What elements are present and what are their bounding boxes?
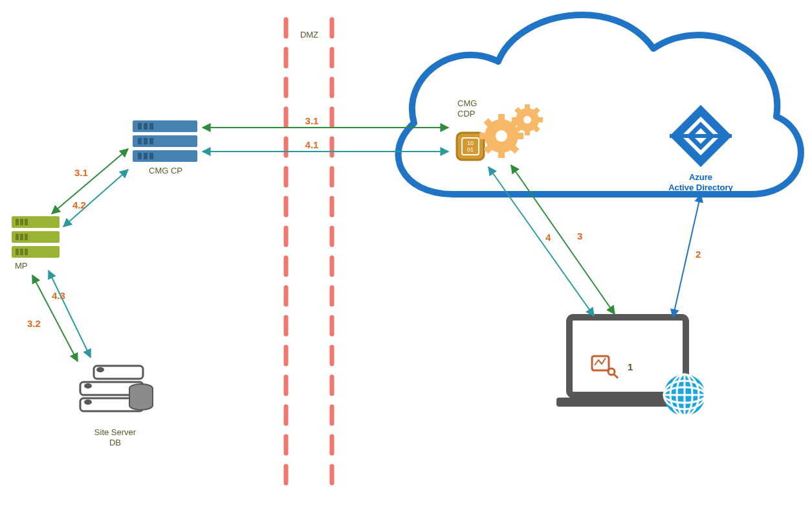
dmz-zone: DMZ xyxy=(286,19,332,492)
svg-text:01: 01 xyxy=(467,146,474,153)
flow-4-3-label: 4.3 xyxy=(52,290,65,301)
svg-rect-16 xyxy=(20,219,23,225)
svg-rect-22 xyxy=(12,246,60,258)
mp-server-icon: MP xyxy=(12,216,60,271)
svg-line-53 xyxy=(516,126,521,131)
client-laptop-icon: 1 xyxy=(556,317,705,416)
svg-point-30 xyxy=(84,383,92,389)
flow-4-2-label: 4.2 xyxy=(72,199,86,210)
flow-4-label: 4 xyxy=(545,232,551,243)
cmgcdp-label-1: CMG xyxy=(457,98,477,108)
flow-2-label: 2 xyxy=(696,249,701,260)
svg-rect-17 xyxy=(25,219,28,225)
svg-point-29 xyxy=(96,367,104,372)
svg-text:10: 10 xyxy=(467,140,474,146)
svg-rect-20 xyxy=(20,234,23,240)
svg-rect-2 xyxy=(133,120,197,132)
svg-point-31 xyxy=(84,400,92,405)
svg-line-65 xyxy=(614,374,618,378)
svg-point-64 xyxy=(608,368,615,375)
svg-rect-18 xyxy=(12,231,60,243)
svg-rect-24 xyxy=(20,249,23,255)
svg-line-54 xyxy=(534,109,538,113)
flow-4-1-label: 4.1 xyxy=(305,139,319,150)
svg-rect-5 xyxy=(149,123,153,130)
cmgcp-server-icon: CMG CP xyxy=(133,120,197,175)
siteserver-label-2: DB xyxy=(109,438,121,447)
svg-rect-7 xyxy=(138,138,142,144)
svg-rect-9 xyxy=(149,138,153,144)
flow-4-2-arrow xyxy=(63,170,128,227)
svg-line-41 xyxy=(486,120,491,126)
azuread-label-1: Azure xyxy=(689,172,712,182)
dmz-label: DMZ xyxy=(300,30,318,39)
siteserver-icon: Site Server DB xyxy=(80,366,153,447)
flow-1-label: 1 xyxy=(628,361,633,372)
svg-rect-3 xyxy=(138,123,142,130)
svg-rect-14 xyxy=(12,216,60,228)
cmgcdp-label-2: CDP xyxy=(457,109,475,118)
svg-rect-23 xyxy=(16,249,19,255)
azuread-label-2: Active Directory xyxy=(668,183,733,192)
cmg-cdp-icon: 10 01 CMG CDP xyxy=(457,98,543,160)
svg-rect-25 xyxy=(25,249,28,255)
svg-rect-21 xyxy=(25,234,28,240)
flow-3-label: 3 xyxy=(577,231,582,242)
svg-rect-11 xyxy=(138,153,142,159)
svg-line-51 xyxy=(516,109,521,113)
azure-ad-icon: Azure Active Directory xyxy=(668,105,733,192)
flow-3-1-label-left: 3.1 xyxy=(74,167,88,178)
cmgcp-label: CMG CP xyxy=(149,166,182,175)
svg-rect-8 xyxy=(144,138,148,144)
flow-4-arrow xyxy=(488,167,594,316)
flow-3-1-label-right: 3.1 xyxy=(305,115,319,126)
svg-rect-19 xyxy=(16,234,19,240)
svg-rect-15 xyxy=(16,219,19,225)
svg-rect-60 xyxy=(670,134,732,138)
svg-rect-13 xyxy=(149,153,153,159)
svg-line-43 xyxy=(486,146,491,152)
svg-point-55 xyxy=(523,116,531,124)
flow-4-3-arrow xyxy=(49,271,91,357)
svg-rect-6 xyxy=(133,135,197,147)
svg-line-42 xyxy=(512,146,517,152)
siteserver-label-1: Site Server xyxy=(94,427,137,437)
svg-point-45 xyxy=(496,130,507,142)
svg-rect-4 xyxy=(144,123,148,130)
svg-line-52 xyxy=(534,126,538,131)
svg-rect-12 xyxy=(144,153,148,159)
mp-label: MP xyxy=(15,261,28,271)
network-diagram: DMZ CMG CP MP Site Server DB xyxy=(0,0,812,507)
svg-rect-10 xyxy=(133,150,197,162)
flow-3-2-label: 3.2 xyxy=(27,318,41,329)
flow-3-arrow xyxy=(511,165,615,314)
